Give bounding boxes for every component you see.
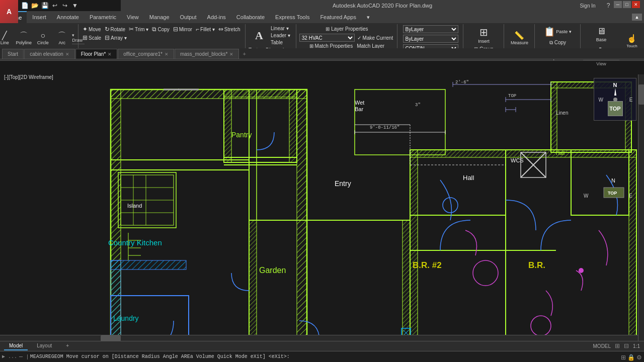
top-view-button[interactable]: TOP [608, 101, 623, 116]
ribbon-minimize[interactable]: ▲ [632, 14, 642, 21]
command-input[interactable] [30, 354, 642, 359]
dwg-icon[interactable]: ⊞ [621, 354, 626, 361]
fillet-button[interactable]: ⌐ Fillet ▾ [194, 25, 216, 33]
tab-close-floorplan[interactable]: ✕ [108, 52, 112, 57]
qat-save[interactable]: 💾 [40, 1, 49, 10]
compass-center [613, 98, 617, 102]
compass-n: N [613, 82, 617, 88]
table-button[interactable]: Table [269, 39, 292, 46]
minimize-button[interactable]: ─ [614, 1, 622, 8]
leader-button[interactable]: Leader ▾ [269, 32, 292, 39]
scrollbar-horizontal[interactable] [0, 335, 638, 341]
stretch-button[interactable]: ⇔ Stretch [217, 25, 242, 33]
tab-expresstools[interactable]: Express Tools [270, 11, 314, 23]
arc-button[interactable]: ⌒ Arc [53, 31, 71, 46]
layer-properties-button[interactable]: ⊞ Layer Properties [324, 25, 370, 33]
lock-icon[interactable]: 🔒 [627, 354, 635, 361]
polyline-button[interactable]: ⌒ Polyline [15, 31, 33, 46]
svg-rect-25 [111, 260, 186, 269]
scrollbar-vertical[interactable] [638, 74, 644, 341]
svg-text:Entry: Entry [335, 179, 351, 188]
tab-output[interactable]: Output [175, 11, 202, 23]
trim-button[interactable]: ✂ Trim ▾ [127, 25, 150, 33]
sign-in-button[interactable]: Sign In [573, 1, 603, 10]
quick-access-toolbar: 📄 📂 💾 ↩ ↪ ▼ [20, 1, 79, 10]
tab-office-compare[interactable]: office_compare1* ✕ [118, 49, 174, 59]
gear-icon[interactable]: ⚙ [636, 354, 642, 361]
floorplan-svg[interactable]: Pantry Country Kitchen Island Garden Ent… [0, 74, 644, 341]
measure-button[interactable]: 📏 Measure [509, 31, 530, 46]
move-button[interactable]: ✦ Move [81, 25, 102, 33]
layer-selector[interactable]: 32 HVAC [299, 34, 355, 42]
command-line[interactable]: ▶ ... ─ | [0, 351, 644, 362]
svg-rect-37 [629, 150, 636, 341]
touch-button[interactable]: ☝ Touch [623, 33, 641, 49]
maximize-button[interactable]: □ [623, 1, 631, 8]
base-button[interactable]: 🖥 Base [592, 25, 610, 43]
svg-rect-29 [403, 220, 410, 341]
mirror-button[interactable]: ⊟ Mirror [172, 25, 194, 33]
svg-text:Hall: Hall [556, 150, 565, 156]
qat-redo[interactable]: ↪ [60, 1, 69, 10]
ribbon-tabs: Home Insert Annotate Parametric View Man… [0, 11, 644, 23]
line-button[interactable]: ╱ Line [0, 31, 14, 46]
tab-start[interactable]: Start [2, 49, 24, 59]
tab-close-office[interactable]: ✕ [165, 52, 169, 57]
svg-rect-14 [289, 89, 297, 162]
color-selector[interactable]: ByLayer [403, 25, 458, 33]
tab-close-mass[interactable]: ✕ [229, 52, 233, 57]
scrollbar-thumb-v[interactable] [638, 84, 644, 105]
tab-more[interactable]: ▾ [362, 11, 375, 23]
application-button[interactable]: A [0, 0, 18, 23]
viewcube[interactable]: N E W TOP [594, 78, 636, 121]
model-tab[interactable]: Model [4, 342, 28, 350]
tab-annotate[interactable]: Annotate [52, 11, 84, 23]
qat-undo[interactable]: ↩ [50, 1, 59, 10]
tab-manage[interactable]: Manage [144, 11, 175, 23]
tab-close-cabin[interactable]: ✕ [65, 52, 69, 57]
tab-collaborate[interactable]: Collaborate [231, 11, 270, 23]
tab-parametric[interactable]: Parametric [85, 11, 121, 23]
layout-tab[interactable]: Layout [32, 342, 57, 350]
close-button[interactable]: ✕ [632, 1, 640, 8]
svg-text:Hall: Hall [463, 174, 474, 182]
qat-options[interactable]: ▼ [70, 1, 79, 10]
add-tab-button[interactable]: + [239, 49, 249, 59]
tab-addins[interactable]: Add-ins [202, 11, 231, 23]
tab-view[interactable]: View [122, 11, 144, 23]
tab-cabin-elevation[interactable]: cabin elevation ✕ [24, 49, 75, 59]
paste-button[interactable]: 📋Paste ▾ [542, 25, 574, 38]
svg-text:W: W [584, 193, 589, 199]
add-layout-button[interactable]: + [61, 342, 74, 350]
compass-w: W [599, 97, 603, 102]
snap-toggle[interactable]: ⊟ [624, 342, 629, 349]
help-btn[interactable]: ? [604, 1, 613, 10]
tab-mass-model[interactable]: mass_model_blocks* ✕ [175, 49, 239, 59]
tab-insert[interactable]: Insert [27, 11, 51, 23]
svg-text:Country Kitchen: Country Kitchen [108, 238, 162, 247]
circle-button[interactable]: ○ Circle [34, 31, 52, 46]
insert-button[interactable]: ⊞ Insert [474, 25, 493, 45]
linetype-selector[interactable]: ByLayer [403, 35, 458, 43]
svg-text:TOP: TOP [608, 191, 617, 196]
rotate-button[interactable]: ↻ Rotate [103, 25, 127, 33]
linear-button[interactable]: Linear ▾ [269, 25, 292, 32]
zoom-level: 1:1 [633, 343, 640, 349]
canvas-area[interactable]: Pantry Country Kitchen Island Garden Ent… [0, 74, 644, 341]
tab-floor-plan[interactable]: Floor Plan* ✕ [75, 49, 117, 59]
svg-rect-34 [410, 150, 636, 157]
titlebar: Autodesk AutoCAD 2020 Floor Plan.dwg Sig… [121, 0, 644, 11]
qat-new[interactable]: 📄 [20, 1, 29, 10]
tab-featuredapps[interactable]: Featured Apps [315, 11, 361, 23]
text-button[interactable]: A [250, 29, 268, 42]
array-button[interactable]: ⊟ Array ▾ [103, 34, 128, 42]
grid-toggle[interactable]: ⊞ [615, 342, 620, 349]
svg-rect-28 [249, 220, 257, 341]
svg-text:3": 3" [415, 103, 421, 108]
scale-button[interactable]: ⊞ Scale [81, 34, 103, 42]
clipboard-copy-button[interactable]: ⧉ Copy [548, 39, 568, 46]
qat-open[interactable]: 📂 [30, 1, 39, 10]
copy-button[interactable]: ⧉ Copy [150, 25, 171, 33]
compass-e: E [629, 97, 633, 102]
make-current-button[interactable]: ✓ Make Current [356, 35, 394, 41]
